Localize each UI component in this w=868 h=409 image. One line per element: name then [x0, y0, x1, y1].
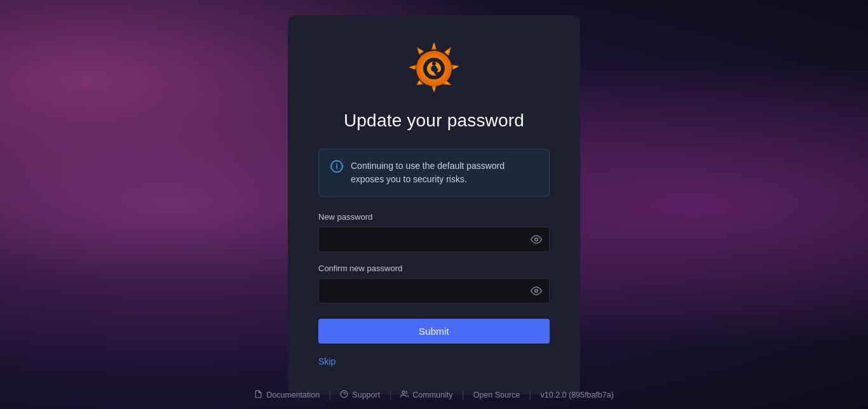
documentation-link[interactable]: Documentation [245, 390, 329, 400]
info-banner-text: Continuing to use the default password e… [351, 159, 538, 186]
svg-point-10 [432, 62, 436, 65]
confirm-password-toggle[interactable] [531, 285, 542, 297]
footer: Documentation | Support | Community | Op… [0, 381, 868, 409]
svg-point-9 [431, 65, 437, 72]
page-title: Update your password [344, 111, 524, 131]
info-banner: i Continuing to use the default password… [318, 149, 550, 197]
grafana-logo [405, 41, 463, 98]
svg-marker-1 [444, 47, 451, 56]
login-card: Update your password i Continuing to use… [288, 15, 580, 394]
main-content: Update your password i Continuing to use… [0, 0, 868, 409]
support-icon [340, 390, 348, 400]
community-link[interactable]: Community [391, 390, 461, 400]
svg-point-15 [402, 391, 405, 394]
open-source-link[interactable]: Open Source [465, 391, 529, 399]
new-password-input[interactable] [318, 227, 550, 252]
open-source-label: Open Source [473, 391, 520, 399]
support-label: Support [352, 391, 380, 399]
community-label: Community [412, 391, 452, 399]
documentation-label: Documentation [266, 391, 320, 399]
version-text: v10.2.0 (895fbafb7a) [532, 391, 623, 399]
svg-point-11 [535, 238, 538, 241]
new-password-toggle[interactable] [531, 234, 542, 245]
confirm-password-wrapper [318, 278, 550, 304]
info-icon: i [330, 160, 343, 173]
submit-button[interactable]: Submit [318, 319, 550, 344]
confirm-password-group: Confirm new password [318, 264, 550, 304]
community-icon [400, 390, 409, 400]
svg-marker-0 [431, 42, 437, 50]
new-password-label: New password [318, 212, 550, 222]
confirm-password-label: Confirm new password [318, 264, 550, 273]
new-password-group: New password [318, 212, 550, 252]
svg-marker-7 [417, 47, 424, 55]
svg-marker-2 [452, 65, 459, 70]
svg-marker-6 [409, 65, 416, 70]
svg-point-12 [535, 289, 538, 292]
new-password-wrapper [318, 227, 550, 252]
documentation-icon [254, 390, 262, 400]
support-link[interactable]: Support [331, 390, 389, 400]
confirm-password-input[interactable] [318, 278, 550, 304]
skip-link[interactable]: Skip [318, 356, 336, 366]
